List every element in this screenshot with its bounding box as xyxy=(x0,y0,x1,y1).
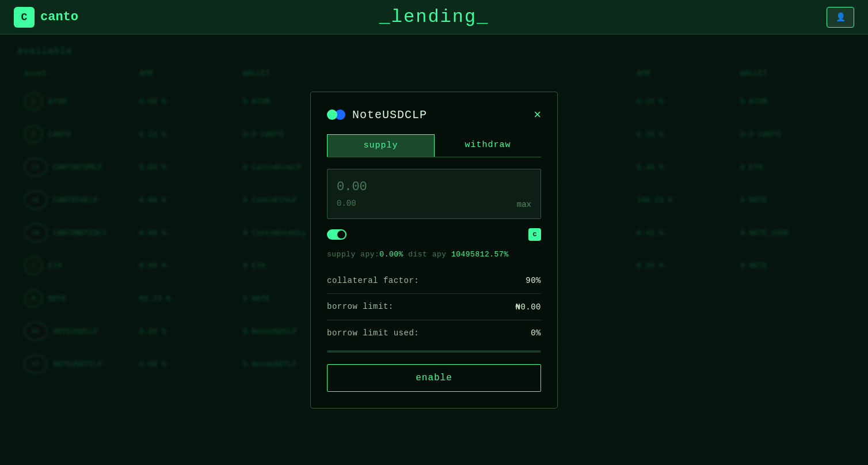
max-button[interactable]: max xyxy=(517,200,531,209)
toggle-icon xyxy=(327,229,347,240)
supply-tab[interactable]: supply xyxy=(327,134,435,157)
main-area: available asset APR WALLET APR WALLET A … xyxy=(0,35,868,465)
header: C canto _lending_ 👤 xyxy=(0,0,868,35)
logo[interactable]: C canto xyxy=(14,7,78,28)
wallet-icon: 👤 xyxy=(836,12,846,22)
borrow-limit-row: borrow limit: ₦0.00 xyxy=(327,294,541,320)
token-dot-note xyxy=(327,109,337,120)
wallet-button[interactable]: 👤 xyxy=(827,7,854,28)
logo-icon: C xyxy=(14,7,35,28)
dist-label: dist apy xyxy=(408,250,446,259)
enable-button[interactable]: enable xyxy=(327,364,541,392)
modal-overlay: NoteUSDCLP × supply withdraw 0.00 max C xyxy=(0,35,868,465)
borrow-limit-value: ₦0.00 xyxy=(515,302,541,312)
borrow-limit-used-label: borrow limit used: xyxy=(327,328,419,338)
dist-apy-value: 10495812.57% xyxy=(451,250,509,259)
canto-brand-icon: C xyxy=(528,228,541,241)
icons-row: C xyxy=(327,228,541,241)
modal-token-icon xyxy=(327,109,345,120)
modal-title-group: NoteUSDCLP xyxy=(327,108,427,122)
collateral-label: collateral factor: xyxy=(327,276,419,285)
close-button[interactable]: × xyxy=(534,108,541,121)
modal-tabs: supply withdraw xyxy=(327,134,541,157)
supply-apy-value: 0.00% xyxy=(379,250,403,259)
modal-header: NoteUSDCLP × xyxy=(327,108,541,122)
collateral-row: collateral factor: 90% xyxy=(327,268,541,294)
amount-input[interactable] xyxy=(337,180,531,194)
apy-row: supply apy:0.00% dist apy 10495812.57% xyxy=(327,250,541,259)
app-title: _lending_ xyxy=(379,6,489,28)
collateral-value: 90% xyxy=(526,276,541,285)
borrow-limit-used-value: 0% xyxy=(531,328,541,338)
supply-apy-label: supply apy: xyxy=(327,250,379,259)
toggle-pill[interactable] xyxy=(327,229,347,240)
borrow-limit-label: borrow limit: xyxy=(327,302,394,311)
sub-amount: 0.00 xyxy=(337,199,531,208)
logo-text: canto xyxy=(40,10,78,24)
input-area: 0.00 max xyxy=(327,169,541,219)
progress-container xyxy=(327,350,541,353)
modal-title: NoteUSDCLP xyxy=(352,108,427,122)
borrow-limit-used-row: borrow limit used: 0% xyxy=(327,320,541,346)
modal: NoteUSDCLP × supply withdraw 0.00 max C xyxy=(310,92,558,409)
withdraw-tab[interactable]: withdraw xyxy=(435,134,541,157)
